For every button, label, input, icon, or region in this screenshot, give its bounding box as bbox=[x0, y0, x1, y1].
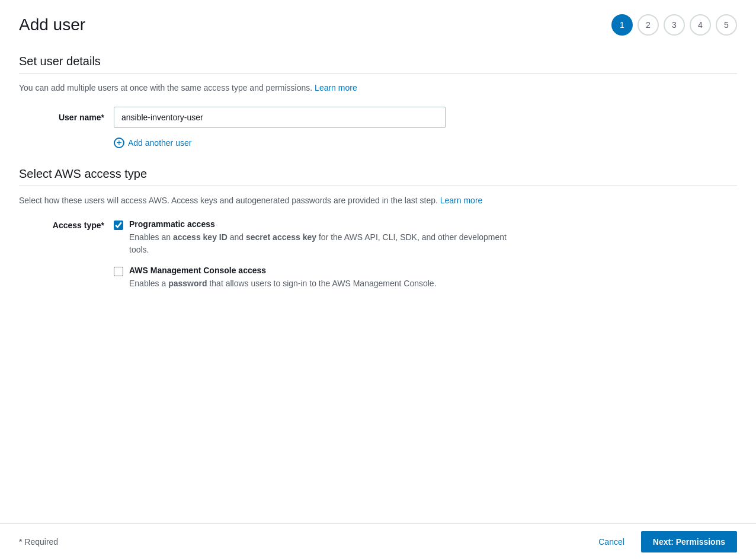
section-divider-1 bbox=[19, 73, 737, 74]
access-type-row: Access type* Programmatic access Enables… bbox=[19, 219, 737, 290]
select-access-type-description: Select how these users will access AWS. … bbox=[19, 196, 737, 205]
programmatic-access-title[interactable]: Programmatic access bbox=[129, 219, 508, 229]
console-access-checkbox[interactable] bbox=[114, 267, 123, 276]
learn-more-link-1[interactable]: Learn more bbox=[315, 83, 357, 92]
programmatic-access-desc: Enables an access key ID and secret acce… bbox=[129, 231, 508, 256]
add-another-user-link[interactable]: + Add another user bbox=[114, 138, 191, 148]
step-5: 5 bbox=[716, 14, 737, 36]
footer-actions: Cancel Next: Permissions bbox=[589, 531, 737, 552]
add-icon: + bbox=[114, 138, 124, 148]
page-title: Add user bbox=[19, 15, 85, 34]
console-access-desc: Enables a password that allows users to … bbox=[129, 277, 437, 290]
required-note: * Required bbox=[19, 537, 58, 547]
access-options: Programmatic access Enables an access ke… bbox=[114, 219, 508, 290]
step-4: 4 bbox=[690, 14, 711, 36]
set-user-details-section: Set user details You can add multiple us… bbox=[19, 55, 737, 148]
next-permissions-button[interactable]: Next: Permissions bbox=[641, 531, 737, 552]
step-3: 3 bbox=[664, 14, 685, 36]
step-1: 1 bbox=[611, 14, 633, 36]
select-access-type-section: Select AWS access type Select how these … bbox=[19, 167, 737, 290]
section-divider-2 bbox=[19, 186, 737, 186]
step-indicators: 1 2 3 4 5 bbox=[611, 14, 737, 36]
access-type-label: Access type* bbox=[19, 219, 114, 230]
set-user-details-description: You can add multiple users at once with … bbox=[19, 83, 737, 92]
user-name-input[interactable] bbox=[114, 107, 446, 128]
add-user-link-row: + Add another user bbox=[19, 138, 737, 148]
cancel-button[interactable]: Cancel bbox=[589, 532, 634, 551]
page-header: Add user 1 2 3 4 5 bbox=[19, 14, 737, 36]
programmatic-access-content: Programmatic access Enables an access ke… bbox=[129, 219, 508, 256]
user-name-row: User name* bbox=[19, 107, 737, 128]
console-access-option: AWS Management Console access Enables a … bbox=[114, 266, 508, 290]
programmatic-access-checkbox[interactable] bbox=[114, 221, 123, 230]
console-access-content: AWS Management Console access Enables a … bbox=[129, 266, 437, 290]
user-name-label: User name* bbox=[19, 113, 114, 122]
learn-more-link-2[interactable]: Learn more bbox=[440, 196, 483, 205]
set-user-details-title: Set user details bbox=[19, 55, 737, 68]
console-access-title[interactable]: AWS Management Console access bbox=[129, 266, 437, 275]
select-access-type-title: Select AWS access type bbox=[19, 167, 737, 181]
step-2: 2 bbox=[638, 14, 659, 36]
programmatic-access-option: Programmatic access Enables an access ke… bbox=[114, 219, 508, 256]
footer-bar: * Required Cancel Next: Permissions bbox=[0, 523, 756, 559]
